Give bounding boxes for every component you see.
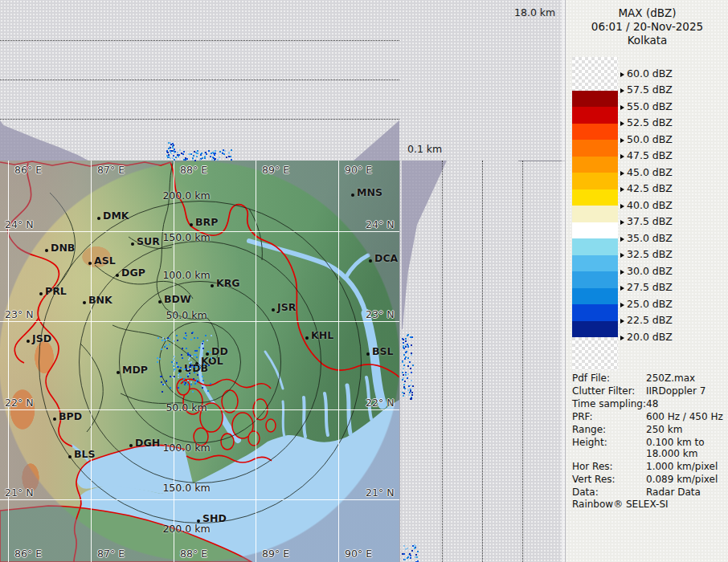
- echo-pixel: [168, 142, 170, 144]
- info-label: Height:: [572, 438, 646, 459]
- echo-pixel: [203, 364, 205, 365]
- echo-pixel: [174, 360, 175, 361]
- dbz-scale-entry: 20.0 dBZ: [620, 332, 673, 343]
- echo-pixel: [157, 357, 158, 359]
- echo-pixel: [411, 372, 412, 373]
- city-label: BDW: [164, 293, 191, 305]
- echo-pixel: [174, 370, 175, 372]
- dbz-scale-entry: 32.5 dBZ: [620, 249, 673, 260]
- echo-pixel: [409, 361, 411, 363]
- colorbar-band-11: [572, 271, 618, 287]
- echo-pixel: [415, 554, 417, 556]
- echo-pixel: [162, 391, 163, 393]
- echo-pixel: [405, 346, 407, 348]
- echo-pixel: [403, 368, 404, 369]
- scale-tick-arrow-icon: [620, 72, 624, 77]
- dbz-value-label: 27.5 dBZ: [627, 281, 673, 293]
- echo-pixel: [194, 350, 196, 352]
- echo-pixel: [195, 152, 197, 153]
- colorbar-band-5: [572, 173, 618, 189]
- echo-pixel: [177, 154, 178, 156]
- latitude-label: 24° N: [5, 218, 33, 230]
- echo-pixel: [214, 150, 215, 152]
- longitude-line: [91, 161, 92, 562]
- echo-pixel: [411, 394, 413, 396]
- echo-pixel: [178, 377, 179, 378]
- scale-tick-arrow-icon: [620, 270, 624, 275]
- echo-pixel: [183, 378, 185, 380]
- echo-pixel: [161, 381, 162, 383]
- echo-pixel: [176, 335, 178, 336]
- beyond-range-wedge-right: [354, 120, 399, 161]
- echo-pixel: [405, 548, 407, 550]
- echo-pixel: [217, 159, 219, 161]
- echo-pixel: [412, 385, 414, 387]
- legend-title: MAX (dBZ) 06:01 / 20-Nov-2025 Kolkata: [566, 6, 728, 47]
- city-label: MNS: [357, 186, 382, 198]
- echo-pixel: [407, 334, 409, 336]
- echo-pixel: [162, 337, 164, 339]
- info-value: 48: [646, 399, 726, 410]
- city-dot: [45, 249, 48, 252]
- info-label: Range:: [572, 425, 646, 436]
- height-gridline: [0, 40, 399, 41]
- info-value: 600 Hz / 450 Hz: [646, 412, 726, 423]
- dbz-value-label: 32.5 dBZ: [627, 248, 673, 260]
- echo-pixel: [194, 383, 196, 385]
- latitude-label: 21° N: [366, 487, 394, 499]
- echo-pixel: [174, 356, 175, 357]
- city-label: DCA: [374, 252, 398, 264]
- echo-pixel: [178, 373, 180, 374]
- echo-pixel: [190, 339, 192, 340]
- echo-pixel: [407, 556, 409, 558]
- radar-map[interactable]: 86° E86° E87° E87° E88° E88° E89° E89° E…: [0, 161, 400, 562]
- echo-pixel: [189, 366, 190, 368]
- echo-pixel: [175, 157, 177, 158]
- height-scale-max-label: 18.0 km: [514, 6, 555, 18]
- latitude-line: [0, 499, 399, 500]
- beyond-range-wedge-left: [0, 120, 88, 161]
- echo-pixel: [174, 149, 175, 150]
- colorbar-band-2: [572, 124, 618, 140]
- echo-pixel: [159, 358, 161, 360]
- echo-pixel: [182, 153, 184, 155]
- echo-pixel: [409, 392, 411, 393]
- ring-distance-label: 150.0 km: [162, 482, 210, 494]
- echo-pixel: [190, 361, 192, 363]
- echo-pixel: [197, 337, 198, 339]
- info-label: Data:: [572, 487, 646, 499]
- echo-pixel: [403, 354, 405, 356]
- ring-distance-label: 100.0 km: [162, 269, 210, 281]
- ring-distance-label: 50.0 km: [166, 401, 207, 413]
- dbz-scale-entry: 47.5 dBZ: [620, 150, 673, 161]
- echo-pixel: [192, 159, 194, 161]
- echo-pixel: [182, 357, 183, 359]
- echo-pixel: [404, 559, 406, 560]
- dbz-value-label: 40.0 dBZ: [627, 199, 673, 211]
- echo-pixel: [230, 156, 231, 157]
- city-label: BLS: [74, 448, 96, 460]
- echo-pixel: [193, 378, 194, 380]
- echo-pixel: [173, 155, 174, 157]
- info-row: PRF:600 Hz / 450 Hz: [572, 412, 726, 423]
- dbz-value-label: 50.0 dBZ: [627, 133, 673, 145]
- echo-pixel: [157, 337, 159, 339]
- ring-distance-label: 50.0 km: [166, 309, 207, 321]
- echo-pixel: [187, 369, 189, 370]
- echo-pixel: [196, 356, 198, 358]
- echo-pixel: [191, 356, 193, 357]
- echo-pixel: [402, 553, 403, 555]
- longitude-label: 86° E: [14, 164, 42, 176]
- echo-pixel: [174, 376, 175, 377]
- echo-pixel: [179, 149, 181, 151]
- city-dot: [83, 301, 86, 304]
- echo-pixel: [196, 350, 198, 352]
- height-scale-min-label: 0.1 km: [407, 143, 442, 155]
- echo-pixel: [186, 348, 187, 349]
- city-dot: [369, 259, 372, 263]
- latitude-label: 23° N: [5, 308, 33, 320]
- info-row: Clutter Filter:IIRDoppler 7: [572, 386, 726, 397]
- dbz-value-label: 25.0 dBZ: [627, 298, 673, 310]
- longitude-label: 87° E: [97, 164, 125, 176]
- echo-pixel: [194, 337, 195, 339]
